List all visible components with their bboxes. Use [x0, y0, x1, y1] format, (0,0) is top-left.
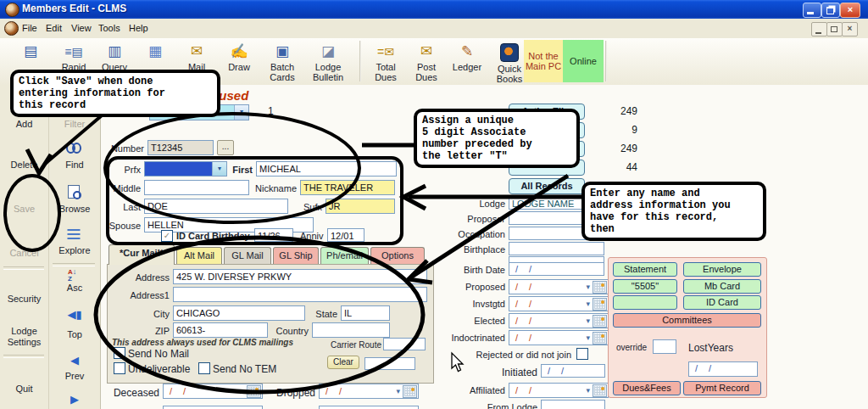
send-no-mail-checkbox[interactable] — [114, 347, 125, 359]
sidebar-item-delete[interactable]: Delete — [0, 160, 48, 171]
sidebar-item-browse[interactable]: Browse — [49, 204, 100, 215]
carrier-route2-field[interactable] — [364, 357, 415, 370]
id-card-checkbox[interactable]: ✓ — [161, 230, 173, 242]
last-name-field[interactable]: DOE — [144, 199, 288, 214]
statement-button[interactable]: Statement — [613, 262, 677, 277]
dropdown-arrow-icon[interactable]: ▾ — [212, 162, 226, 176]
number-more-button[interactable]: ... — [217, 140, 234, 155]
number-field[interactable]: T12345 — [147, 140, 214, 155]
menu-tools[interactable]: Tools — [95, 22, 124, 34]
toolbar-rapid-button[interactable]: ≡▤ Rapid — [53, 42, 95, 72]
mb-card-button[interactable]: Mb Card — [683, 279, 761, 294]
5505-button[interactable]: "5505" — [613, 279, 677, 294]
sidebar-item-lodge-settings[interactable]: Lodge Settings — [0, 326, 48, 348]
affiliated-date-picker[interactable]: / / ▾ — [509, 383, 609, 398]
sidebar-item-filter[interactable]: Filter — [49, 119, 100, 130]
toolbar-query-button[interactable]: ▥ Query — [95, 42, 134, 72]
deceased-date-picker[interactable]: / / ▾ — [163, 384, 263, 399]
prfx-dropdown[interactable]: ▾ — [144, 161, 227, 176]
close-button[interactable]: × — [840, 3, 860, 18]
dropped-date-picker[interactable]: / / ▾ — [319, 384, 419, 399]
date-field-partial[interactable] — [319, 406, 419, 409]
anniv-field[interactable]: 12/01 — [327, 228, 364, 242]
restore-button[interactable] — [821, 3, 840, 18]
blank-button[interactable] — [613, 295, 677, 310]
menu-edit[interactable]: Edit — [42, 22, 65, 34]
send-no-tem-checkbox[interactable] — [198, 362, 210, 374]
tab-gl-mail[interactable]: GL Mail — [224, 247, 271, 265]
city-field[interactable]: CHICAGO — [173, 305, 305, 321]
menu-help[interactable]: Help — [125, 22, 152, 34]
id-card-button[interactable]: ID Card — [683, 295, 761, 310]
sidebar-item-explore[interactable]: Explore — [49, 245, 100, 256]
calendar-icon[interactable] — [403, 385, 417, 398]
birthplace-field[interactable] — [509, 242, 604, 255]
calendar-icon[interactable] — [593, 332, 607, 345]
dropdown-arrow-icon[interactable]: ▾ — [234, 105, 248, 120]
state-field[interactable]: IL — [341, 305, 390, 321]
toolbar-total-dues-button[interactable]: =✉ Total Dues — [366, 42, 405, 82]
calendar-icon[interactable] — [593, 384, 607, 397]
menu-view[interactable]: View — [68, 22, 95, 34]
envelope-button[interactable]: Envelope — [683, 262, 761, 277]
undeliverable-checkbox[interactable] — [114, 362, 125, 374]
nickname-field[interactable]: THE TRAVELER — [300, 180, 395, 195]
address-field[interactable]: 425 W. DIVERSEY PRKWY — [173, 269, 427, 284]
toolbar-mail-button[interactable]: ✉ Mail — [176, 42, 217, 72]
sidebar-item-find[interactable]: Find — [49, 160, 100, 171]
sidebar-item-top[interactable]: Top — [49, 329, 100, 340]
proposed-date-picker[interactable]: / / ▾ — [509, 279, 609, 294]
dropdown-arrow-icon[interactable]: ▾ — [586, 317, 590, 325]
dropdown-arrow-icon[interactable]: ▾ — [586, 283, 590, 291]
birth-date-field[interactable]: / / — [509, 262, 604, 276]
indoctrinated-date-picker[interactable]: / / ▾ — [509, 330, 609, 345]
sidebar-item-security[interactable]: Security — [0, 294, 48, 305]
override-field[interactable] — [653, 339, 676, 354]
tab-gl-ship[interactable]: GL Ship — [273, 247, 319, 265]
first-name-field[interactable]: MICHEAL — [256, 161, 397, 176]
pymt-record-button[interactable]: Pymt Record — [683, 381, 761, 395]
dropdown-arrow-icon[interactable]: ▾ — [586, 300, 590, 308]
calendar-icon[interactable] — [593, 315, 607, 328]
menu-file[interactable]: File — [19, 22, 41, 34]
minimize-button[interactable] — [803, 3, 821, 18]
carrier-route-field[interactable] — [383, 338, 426, 350]
dues-fees-button[interactable]: Dues&Fees — [613, 381, 681, 395]
sidebar-item-add[interactable]: Add — [0, 119, 48, 130]
initiated-field[interactable]: / / — [541, 364, 605, 378]
mdi-minimize-button[interactable] — [811, 22, 827, 36]
dropdown-arrow-icon[interactable]: ▾ — [396, 387, 400, 395]
toolbar-draw-button[interactable]: ✍ Draw — [219, 42, 259, 72]
lost-years-field[interactable]: / / — [688, 361, 758, 377]
tab-cur-mail[interactable]: *Cur Mail* — [108, 244, 175, 265]
toolbar-post-dues-button[interactable]: ✉ Post Dues — [407, 42, 446, 82]
calendar-icon[interactable] — [593, 281, 607, 294]
sidebar-item-asc[interactable]: Asc — [49, 283, 100, 294]
sufx-field[interactable]: JR — [326, 199, 395, 214]
dropdown-arrow-icon[interactable]: ▾ — [586, 333, 590, 342]
mdi-close-button[interactable]: × — [842, 22, 858, 36]
committees-button[interactable]: Committees — [613, 313, 761, 328]
sidebar-item-cancel[interactable]: Cancel — [0, 248, 48, 259]
all-records-button[interactable]: All Records — [509, 178, 585, 194]
tab-ph-email[interactable]: Ph/email — [320, 247, 369, 265]
sidebar-item-save[interactable]: Save — [0, 204, 48, 215]
calendar-icon[interactable] — [247, 385, 261, 398]
elected-date-picker[interactable]: / / ▾ — [509, 313, 609, 328]
toolbar-records-button[interactable]: ▤ — [8, 42, 53, 62]
date-field-partial[interactable] — [163, 406, 263, 409]
tab-options[interactable]: Options — [370, 247, 425, 265]
sidebar-item-prev[interactable]: Prev — [49, 371, 100, 382]
from-lodge-field[interactable] — [541, 400, 605, 409]
sidebar-item-quit[interactable]: Quit — [0, 384, 48, 395]
toolbar-batch-cards-button[interactable]: ▣ Batch Cards — [261, 42, 303, 82]
invstgtd-date-picker[interactable]: / / ▾ — [509, 296, 609, 311]
calendar-icon[interactable] — [593, 298, 607, 311]
mdi-restore-button[interactable] — [826, 22, 843, 36]
toolbar-ledger-button[interactable]: ✎ Ledger — [448, 42, 487, 72]
rejected-checkbox[interactable] — [576, 348, 588, 360]
middle-name-field[interactable] — [144, 180, 249, 195]
dropdown-arrow-icon[interactable]: ▾ — [240, 387, 244, 395]
toolbar-labels-button[interactable]: ▦ — [136, 42, 175, 62]
address1-field[interactable] — [173, 287, 427, 302]
